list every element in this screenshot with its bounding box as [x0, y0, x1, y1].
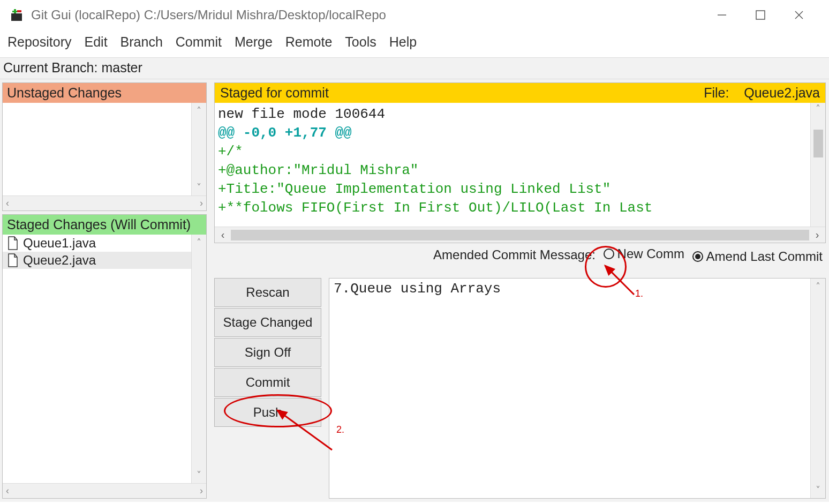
menu-branch[interactable]: Branch — [120, 34, 163, 50]
staged-scrollbar[interactable]: ˄ ˅ — [191, 235, 206, 483]
radio-icon — [604, 249, 614, 259]
unstaged-file-list[interactable] — [3, 103, 191, 195]
close-button[interactable] — [794, 10, 804, 20]
unstaged-changes-panel: Unstaged Changes ˄ ˅ ‹ › — [2, 82, 207, 211]
window-title: Git Gui (localRepo) C:/Users/Mridul Mish… — [31, 7, 386, 22]
scroll-left-icon[interactable]: ‹ — [6, 485, 9, 497]
radio-amend-label: Amend Last Commit — [706, 249, 823, 264]
diff-text[interactable]: new file mode 100644 @@ -0,0 +1,77 @@ +/… — [215, 103, 810, 227]
commit-options-label: Amended Commit Message: — [433, 247, 596, 262]
diff-line-add: +**folows FIFO(First In First Out)/LILO(… — [218, 200, 652, 216]
action-buttons: Rescan Stage Changed Sign Off Commit Pus… — [214, 278, 321, 499]
sign-off-button[interactable]: Sign Off — [214, 338, 321, 367]
staged-file-name: Queue2.java — [23, 253, 96, 268]
diff-file-label: File: — [704, 85, 729, 100]
scroll-up-icon[interactable]: ˄ — [816, 281, 820, 292]
diff-file-name: Queue2.java — [744, 85, 820, 100]
svg-rect-0 — [11, 13, 22, 21]
commit-msg-scrollbar[interactable]: ˄ ˅ — [810, 279, 825, 498]
staged-file-row[interactable]: Queue1.java — [3, 235, 191, 252]
radio-icon — [692, 251, 703, 262]
unstaged-hscrollbar[interactable]: ‹ › — [3, 195, 206, 210]
rescan-button[interactable]: Rescan — [214, 278, 321, 307]
svg-rect-3 — [17, 10, 21, 12]
scroll-up-icon[interactable]: ˄ — [197, 237, 201, 249]
diff-line-hunk: @@ -0,0 +1,77 @@ — [218, 125, 352, 141]
scroll-up-icon[interactable]: ˄ — [816, 103, 820, 115]
scroll-left-icon[interactable]: ‹ — [6, 198, 9, 209]
commit-button[interactable]: Commit — [214, 368, 321, 397]
svg-rect-5 — [756, 11, 765, 19]
scroll-thumb[interactable] — [813, 130, 823, 157]
scroll-right-icon[interactable]: › — [200, 485, 203, 497]
radio-new-commit-label: New Comm — [617, 246, 684, 261]
svg-rect-2 — [12, 11, 18, 12]
radio-amend-last-commit[interactable]: Amend Last Commit — [692, 249, 823, 264]
diff-vscrollbar[interactable]: ˄ — [810, 103, 825, 227]
commit-options: Amended Commit Message: New Comm Amend L… — [433, 243, 826, 267]
staged-changes-panel: Staged Changes (Will Commit) Queue1.java — [2, 214, 207, 499]
menu-merge[interactable]: Merge — [235, 34, 273, 50]
scroll-down-icon[interactable]: ˅ — [816, 484, 820, 496]
diff-header-title: Staged for commit — [220, 85, 329, 101]
scroll-track[interactable] — [231, 230, 809, 240]
diff-line-add: +Title:"Queue Implementation using Linke… — [218, 181, 611, 197]
diff-line-add: +/* — [218, 144, 243, 160]
menu-commit[interactable]: Commit — [176, 34, 222, 50]
menu-repository[interactable]: Repository — [7, 34, 72, 50]
maximize-button[interactable] — [755, 10, 766, 20]
scroll-right-icon[interactable]: › — [200, 198, 203, 209]
staged-file-name: Queue1.java — [23, 236, 96, 251]
menu-remote[interactable]: Remote — [285, 34, 333, 50]
diff-line-add: +@author:"Mridul Mishra" — [218, 162, 418, 178]
diff-hscrollbar[interactable]: ‹ › — [215, 227, 825, 243]
scroll-right-icon[interactable]: › — [809, 229, 825, 241]
stage-changed-button[interactable]: Stage Changed — [214, 308, 321, 337]
commit-message-input[interactable] — [329, 279, 810, 498]
current-branch-label: Current Branch: master — [0, 58, 829, 79]
staged-file-row[interactable]: Queue2.java — [3, 252, 191, 269]
unstaged-scrollbar[interactable]: ˄ ˅ — [191, 103, 206, 195]
diff-line: new file mode 100644 — [218, 106, 385, 122]
scroll-down-icon[interactable]: ˅ — [197, 182, 201, 193]
menubar: Repository Edit Branch Commit Merge Remo… — [0, 30, 829, 58]
titlebar: Git Gui (localRepo) C:/Users/Mridul Mish… — [0, 0, 829, 30]
staged-changes-header: Staged Changes (Will Commit) — [3, 215, 206, 235]
staged-file-list[interactable]: Queue1.java Queue2.java — [3, 235, 191, 483]
scroll-left-icon[interactable]: ‹ — [215, 229, 231, 241]
menu-help[interactable]: Help — [389, 34, 417, 50]
menu-tools[interactable]: Tools — [345, 34, 376, 50]
diff-panel: Staged for commit File: Queue2.java new … — [214, 82, 826, 243]
menu-edit[interactable]: Edit — [85, 34, 108, 50]
unstaged-changes-header: Unstaged Changes — [3, 83, 206, 103]
file-icon — [7, 236, 19, 250]
git-gui-icon — [10, 8, 24, 22]
radio-new-commit[interactable]: New Comm — [604, 246, 684, 261]
push-button[interactable]: Push — [214, 398, 321, 427]
scroll-up-icon[interactable]: ˄ — [197, 105, 201, 117]
scroll-down-icon[interactable]: ˅ — [197, 469, 201, 481]
file-icon — [7, 253, 19, 267]
staged-hscrollbar[interactable]: ‹ › — [3, 483, 206, 498]
minimize-button[interactable] — [717, 10, 727, 20]
